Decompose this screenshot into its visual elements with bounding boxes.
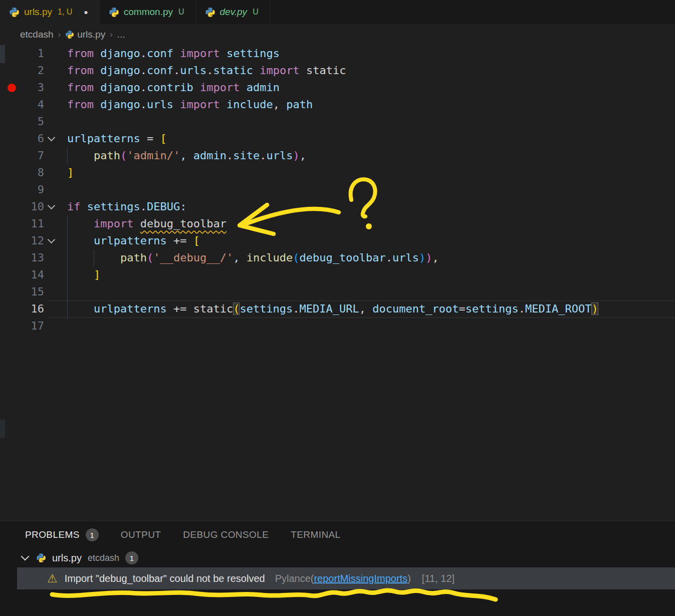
breadcrumb-symbol-ellipsis[interactable]: ... [117,29,125,40]
glyph-margin[interactable] [0,130,23,147]
code-line-7[interactable]: 7path('admin/', admin.site.urls), [0,147,675,164]
line-number[interactable]: 14 [23,266,44,283]
modified-dot-icon[interactable]: ● [84,8,88,16]
code-token: debug_toolbar [140,217,227,230]
glyph-margin[interactable] [0,96,23,113]
line-number[interactable]: 15 [23,283,44,300]
panel-tab-problems[interactable]: PROBLEMS 1 [25,528,99,541]
code-token: static [306,64,346,77]
code-line-5[interactable]: 5 [0,113,675,130]
fold-gutter[interactable] [44,318,58,335]
tab-git-decoration: U [178,8,184,17]
python-icon [36,553,46,563]
line-number[interactable]: 10 [23,198,44,215]
fold-gutter[interactable] [44,164,58,181]
fold-gutter[interactable] [44,147,58,164]
line-number[interactable]: 17 [23,318,44,335]
code-token: django [100,47,140,60]
line-number[interactable]: 4 [23,96,44,113]
code-line-1[interactable]: 1from django.conf import settings [0,45,675,62]
breakpoint-icon[interactable] [8,84,16,92]
fold-gutter[interactable] [44,249,58,266]
code-token: MEDIA_ROOT [525,302,591,315]
code-line-16[interactable]: 16urlpatterns += static(settings.MEDIA_U… [0,300,675,318]
code-line-12[interactable]: 12urlpatterns += [ [0,232,675,249]
fold-chevron-icon[interactable] [47,236,55,244]
problems-file-group-row[interactable]: urls.py etcdash 1 [0,548,675,567]
fold-gutter[interactable] [44,232,58,249]
code-text: from django.contrib import admin [67,79,280,96]
code-line-11[interactable]: 11import debug_toolbar [0,215,675,232]
indent-guide [67,215,94,232]
glyph-margin[interactable] [0,283,23,300]
problem-code-link[interactable]: reportMissingImports [314,573,407,584]
line-number[interactable]: 11 [23,215,44,232]
line-number[interactable]: 13 [23,249,44,266]
code-line-2[interactable]: 2from django.conf.urls.static import sta… [0,62,675,79]
fold-gutter[interactable] [44,215,58,232]
fold-gutter[interactable] [44,45,58,62]
glyph-margin[interactable] [0,266,23,283]
tab-urls-py[interactable]: urls.py 1, U ● [0,0,100,24]
line-number[interactable]: 3 [23,79,44,96]
code-token: import [260,64,299,77]
panel-tab-terminal[interactable]: TERMINAL [291,529,340,540]
code-line-13[interactable]: 13path('__debug__/', include(debug_toolb… [0,249,675,266]
line-number[interactable]: 5 [23,113,44,130]
breadcrumb-project[interactable]: etcdash [20,29,54,40]
line-number[interactable]: 1 [23,45,44,62]
line-number[interactable]: 12 [23,232,44,249]
glyph-margin[interactable] [0,113,23,130]
tab-common-py[interactable]: common.py U [100,0,196,24]
line-number[interactable]: 7 [23,147,44,164]
fold-gutter[interactable] [44,62,58,79]
code-line-6[interactable]: 6urlpatterns = [ [0,130,675,147]
line-number[interactable]: 9 [23,181,44,198]
code-line-8[interactable]: 8] [0,164,675,181]
fold-gutter[interactable] [44,130,58,147]
problem-row-import-unresolved[interactable]: ⚠ Import "debug_toolbar" could not be re… [17,567,675,589]
glyph-margin[interactable] [0,62,23,79]
fold-chevron-icon[interactable] [47,202,55,210]
chevron-down-icon[interactable] [21,552,30,561]
fold-gutter[interactable] [44,79,58,96]
line-number[interactable]: 8 [23,164,44,181]
tab-dev-py[interactable]: dev.py U [196,0,270,24]
fold-gutter[interactable] [44,96,58,113]
code-line-10[interactable]: 10if settings.DEBUG: [0,198,675,215]
line-number[interactable]: 6 [23,130,44,147]
code-line-14[interactable]: 14] [0,266,675,283]
code-token: from [67,81,94,94]
fold-gutter[interactable] [44,266,58,283]
glyph-margin[interactable] [0,164,23,181]
glyph-margin[interactable] [0,147,23,164]
code-line-17[interactable]: 17 [0,318,675,335]
fold-gutter[interactable] [44,113,58,130]
glyph-margin[interactable] [0,300,23,318]
code-line-4[interactable]: 4from django.urls import include, path [0,96,675,113]
panel-tab-output[interactable]: OUTPUT [121,529,161,540]
glyph-margin[interactable] [0,198,23,215]
fold-gutter[interactable] [44,300,58,318]
code-token: ) [425,251,432,264]
glyph-margin[interactable] [0,318,23,335]
glyph-margin[interactable] [0,249,23,266]
breadcrumb-file[interactable]: urls.py [65,29,105,40]
line-number[interactable]: 2 [23,62,44,79]
problems-file-name: urls.py [52,552,82,564]
code-editor[interactable]: 1from django.conf import settings2from d… [0,45,675,521]
line-number[interactable]: 16 [23,300,44,318]
code-line-15[interactable]: 15 [0,283,675,300]
code-token: settings [87,200,140,213]
glyph-margin[interactable] [0,79,23,96]
fold-gutter[interactable] [44,198,58,215]
fold-gutter[interactable] [44,283,58,300]
glyph-margin[interactable] [0,232,23,249]
panel-tab-debug-console[interactable]: DEBUG CONSOLE [183,529,269,540]
fold-chevron-icon[interactable] [47,134,55,142]
glyph-margin[interactable] [0,181,23,198]
code-line-3[interactable]: 3from django.contrib import admin [0,79,675,96]
glyph-margin[interactable] [0,215,23,232]
code-line-9[interactable]: 9 [0,181,675,198]
fold-gutter[interactable] [44,181,58,198]
